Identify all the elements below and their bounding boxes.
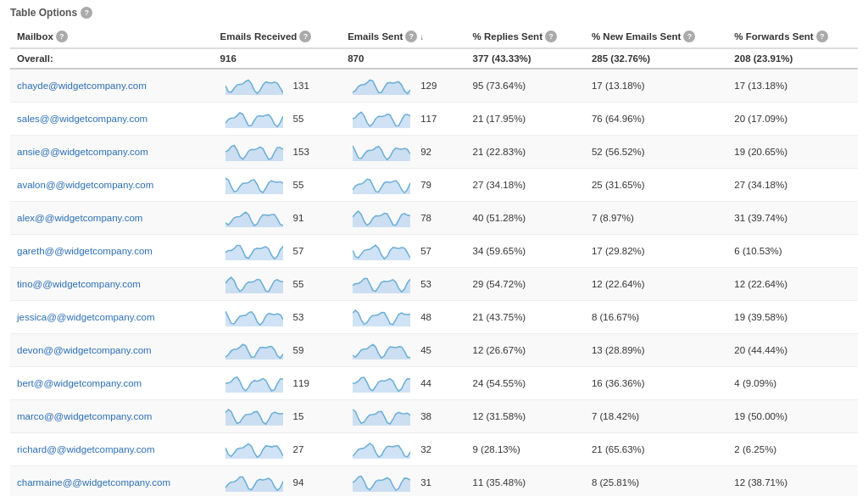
emails-sent-info-icon[interactable]: ?	[405, 31, 417, 42]
cell-mailbox: avalon@@widgetcompany.com	[10, 169, 214, 202]
sparkline-received-6	[220, 272, 288, 296]
sparkline-received-1	[220, 107, 288, 131]
cell-replies-sent: 12 (31.58%)	[466, 400, 585, 433]
table-row: tino@@widgetcompany.com 55 53 29 (54.72%…	[10, 268, 858, 301]
cell-forwards-sent: 2 (6.25%)	[727, 433, 858, 466]
sparkline-received-7	[220, 305, 288, 329]
cell-replies-sent: 12 (26.67%)	[466, 334, 585, 367]
cell-emails-received: 55	[214, 103, 342, 136]
cell-emails-sent: 38	[341, 400, 465, 433]
cell-emails-sent: 79	[341, 169, 465, 202]
table-row: sales@@widgetcompany.com 55 117 21 (17.9…	[10, 103, 858, 136]
sparkline-received-10	[220, 404, 288, 428]
sparkline-received-8	[220, 338, 288, 362]
cell-mailbox: devon@@widgetcompany.com	[10, 334, 214, 367]
table-row: richard@@widgetcompany.com 27 32 9 (28.1…	[10, 433, 858, 466]
cell-forwards-sent: 20 (17.09%)	[727, 103, 858, 136]
cell-mailbox: ansie@@widgetcompany.com	[10, 136, 214, 169]
cell-forwards-sent: 12 (38.71%)	[727, 466, 858, 497]
col-header-new-emails-sent: % New Emails Sent ?	[585, 25, 727, 48]
cell-mailbox: gareth@@widgetcompany.com	[10, 235, 214, 268]
cell-forwards-sent: 17 (13.18%)	[727, 69, 858, 103]
table-row: ansie@@widgetcompany.com 153 92 21 (22.8…	[10, 136, 858, 169]
cell-emails-sent: 48	[341, 301, 465, 334]
cell-forwards-sent: 27 (34.18%)	[727, 169, 858, 202]
cell-replies-sent: 21 (17.95%)	[466, 103, 585, 136]
emails-sent-sort-icon[interactable]: ↓	[420, 32, 424, 42]
sparkline-sent-1	[348, 107, 415, 131]
sparkline-received-0	[220, 74, 288, 98]
overall-row: Overall: 916 870 377 (43.33%) 285 (32.76…	[10, 48, 858, 69]
table-options-bar: Table Options ?	[10, 7, 858, 19]
main-container: Table Options ? Mailbox ? Emails Receive…	[0, 0, 868, 496]
sparkline-sent-6	[348, 272, 415, 296]
cell-emails-received: 15	[214, 400, 342, 433]
sparkline-sent-7	[348, 305, 415, 329]
sparkline-sent-5	[348, 239, 415, 263]
col-header-replies-sent: % Replies Sent ?	[466, 25, 585, 48]
cell-mailbox: alex@@widgetcompany.com	[10, 202, 214, 235]
col-header-emails-sent[interactable]: Emails Sent ? ↓	[341, 25, 465, 48]
cell-replies-sent: 9 (28.13%)	[466, 433, 585, 466]
forwards-sent-info-icon[interactable]: ?	[816, 31, 828, 42]
cell-emails-received: 55	[214, 169, 342, 202]
cell-replies-sent: 27 (34.18%)	[466, 169, 585, 202]
sparkline-sent-0	[348, 74, 415, 98]
cell-emails-received: 55	[214, 268, 342, 301]
mailbox-info-icon[interactable]: ?	[56, 31, 68, 42]
new-emails-sent-info-icon[interactable]: ?	[683, 31, 695, 42]
table-row: devon@@widgetcompany.com 59 45 12 (26.67…	[10, 334, 858, 367]
cell-forwards-sent: 19 (39.58%)	[727, 301, 858, 334]
cell-emails-sent: 57	[341, 235, 465, 268]
cell-emails-sent: 32	[341, 433, 465, 466]
table-row: chayde@widgetcompany.com 131 129 95 (73.…	[10, 69, 858, 103]
table-row: charmaine@@widgetcompany.com 94 31 11 (3…	[10, 466, 858, 497]
cell-emails-received: 153	[214, 136, 342, 169]
cell-emails-received: 57	[214, 235, 342, 268]
cell-new-emails-sent: 12 (22.64%)	[585, 268, 727, 301]
cell-emails-sent: 53	[341, 268, 465, 301]
cell-emails-received: 59	[214, 334, 342, 367]
overall-forwards-sent: 208 (23.91%)	[727, 48, 858, 69]
cell-emails-received: 131	[214, 69, 342, 103]
overall-mailbox: Overall:	[10, 48, 214, 69]
sparkline-received-9	[220, 371, 288, 395]
cell-mailbox: chayde@widgetcompany.com	[10, 69, 214, 103]
sparkline-sent-11	[348, 437, 415, 461]
cell-emails-sent: 92	[341, 136, 465, 169]
sparkline-sent-4	[348, 206, 415, 230]
cell-mailbox: bert@@widgetcompany.com	[10, 367, 214, 400]
cell-replies-sent: 21 (43.75%)	[466, 301, 585, 334]
cell-mailbox: sales@@widgetcompany.com	[10, 103, 214, 136]
overall-new-emails-sent: 285 (32.76%)	[585, 48, 727, 69]
cell-new-emails-sent: 8 (25.81%)	[585, 466, 727, 497]
cell-new-emails-sent: 25 (31.65%)	[585, 169, 727, 202]
cell-emails-received: 119	[214, 367, 342, 400]
sparkline-sent-8	[348, 338, 415, 362]
table-row: alex@@widgetcompany.com 91 78 40 (51.28%…	[10, 202, 858, 235]
sparkline-sent-10	[348, 404, 415, 428]
cell-new-emails-sent: 16 (36.36%)	[585, 367, 727, 400]
col-header-mailbox: Mailbox ?	[10, 25, 214, 48]
cell-replies-sent: 40 (51.28%)	[466, 202, 585, 235]
table-options-info-icon[interactable]: ?	[81, 7, 92, 19]
table-row: bert@@widgetcompany.com 119 44 24 (54.55…	[10, 367, 858, 400]
cell-emails-received: 53	[214, 301, 342, 334]
cell-forwards-sent: 6 (10.53%)	[727, 235, 858, 268]
emails-received-info-icon[interactable]: ?	[299, 31, 311, 42]
cell-emails-sent: 45	[341, 334, 465, 367]
sparkline-received-3	[220, 173, 288, 197]
sparkline-sent-2	[348, 140, 415, 164]
cell-new-emails-sent: 13 (28.89%)	[585, 334, 727, 367]
cell-mailbox: jessica@@widgetcompany.com	[10, 301, 214, 334]
cell-forwards-sent: 12 (22.64%)	[727, 268, 858, 301]
cell-emails-sent: 117	[341, 103, 465, 136]
sparkline-sent-12	[348, 471, 415, 494]
sparkline-received-4	[220, 206, 288, 230]
cell-emails-received: 94	[214, 466, 342, 497]
cell-new-emails-sent: 17 (29.82%)	[585, 235, 727, 268]
table-row: avalon@@widgetcompany.com 55 79 27 (34.1…	[10, 169, 858, 202]
sparkline-sent-3	[348, 173, 415, 197]
table-row: jessica@@widgetcompany.com 53 48 21 (43.…	[10, 301, 858, 334]
replies-sent-info-icon[interactable]: ?	[545, 31, 557, 42]
